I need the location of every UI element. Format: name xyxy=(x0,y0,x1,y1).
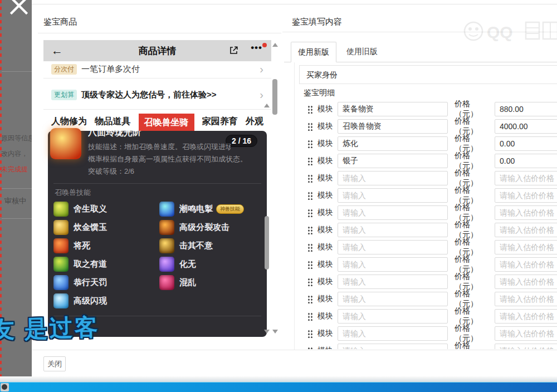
bg-text-fragment: 改内容， xyxy=(1,149,28,159)
drag-handle-icon[interactable] xyxy=(307,139,313,148)
bg-text-fragment: 原因等信息 xyxy=(1,134,32,143)
taskbar-app-icon[interactable] xyxy=(1,383,9,391)
form-card-border xyxy=(294,62,295,350)
drag-handle-icon[interactable] xyxy=(307,329,313,338)
module-label: 模块 xyxy=(317,121,334,131)
price-input[interactable] xyxy=(495,223,557,237)
skill-name: 高级分裂攻击 xyxy=(179,222,229,233)
module-input[interactable] xyxy=(338,292,448,306)
skill-item: 将死 xyxy=(53,237,159,255)
module-input[interactable] xyxy=(338,223,448,237)
outer-scroll-down-arrow[interactable] xyxy=(272,330,278,334)
promo-row-installment[interactable]: 分次付 一笔订单多次付 › xyxy=(43,60,271,78)
bg-table-line xyxy=(2,71,32,72)
drag-handle-icon[interactable] xyxy=(307,208,313,217)
price-input[interactable] xyxy=(495,205,557,220)
drag-handle-icon[interactable] xyxy=(307,312,313,321)
drag-handle-icon[interactable] xyxy=(307,191,313,200)
module-input[interactable] xyxy=(338,257,448,272)
drag-handle-icon[interactable] xyxy=(307,346,313,350)
right-section-title: 鉴宝填写内容 xyxy=(292,17,342,27)
module-input[interactable] xyxy=(338,240,448,254)
drag-handle-icon[interactable] xyxy=(307,156,313,165)
back-arrow-icon[interactable]: ← xyxy=(51,44,63,57)
module-input[interactable] xyxy=(338,326,448,341)
tab-summon-active[interactable]: 召唤兽坐骑 xyxy=(139,114,194,131)
drag-handle-icon[interactable] xyxy=(307,260,313,269)
module-input[interactable] xyxy=(338,205,448,220)
tab-home[interactable]: 家园养育 xyxy=(202,111,238,131)
price-input[interactable] xyxy=(495,292,557,306)
price-input[interactable] xyxy=(495,102,557,116)
module-input[interactable] xyxy=(338,119,448,134)
drag-handle-icon[interactable] xyxy=(307,226,313,234)
module-label: 模块 xyxy=(317,139,334,149)
module-label: 模块 xyxy=(317,294,334,304)
window-bottom-edge xyxy=(0,376,557,382)
drag-handle-icon[interactable] xyxy=(307,105,313,114)
summon-title-clip: 八面玲珑光阶 xyxy=(88,131,141,139)
skill-icon xyxy=(53,275,69,290)
skill-list: 舍生取义 炊金馔玉 将死 xyxy=(53,200,265,310)
inner-scrollbar-thumb[interactable] xyxy=(265,216,269,270)
drag-handle-icon[interactable] xyxy=(307,174,313,183)
price-input[interactable] xyxy=(495,309,557,324)
share-icon[interactable] xyxy=(228,45,239,56)
module-input[interactable] xyxy=(338,136,448,151)
module-input[interactable] xyxy=(338,309,448,324)
price-input[interactable] xyxy=(495,119,557,134)
outer-scrollbar-thumb[interactable] xyxy=(272,79,277,115)
drag-handle-icon[interactable] xyxy=(307,122,313,131)
price-input[interactable] xyxy=(495,188,557,203)
price-input[interactable] xyxy=(495,275,557,289)
skill-name: 高级闪现 xyxy=(74,296,107,306)
promo-row-expert[interactable]: 更划算 顶级专家达人为您估号，前往体验>> › xyxy=(43,84,271,106)
drag-handle-icon[interactable] xyxy=(307,243,313,252)
module-input[interactable] xyxy=(338,275,448,289)
skill-name: 舍生取义 xyxy=(74,204,107,214)
module-input[interactable] xyxy=(338,102,448,116)
more-menu-icon[interactable]: ••• xyxy=(251,42,262,53)
module-row: 模块 价格（元） xyxy=(304,204,557,221)
taskbar-app-icon-glyph xyxy=(2,384,7,390)
close-overlay-icon[interactable] xyxy=(7,0,31,18)
price-input[interactable] xyxy=(495,136,557,151)
module-row: 模块 价格（元） xyxy=(304,273,557,290)
module-label: 模块 xyxy=(317,173,334,183)
inner-scroll-down-arrow[interactable] xyxy=(264,330,270,334)
module-row: 模块 价格（元） xyxy=(304,290,557,307)
bg-text-fragment-red: 未完成提 xyxy=(1,165,28,174)
taskbar[interactable] xyxy=(0,382,557,392)
tab-old-version[interactable]: 使用旧版 xyxy=(339,42,385,62)
module-row: 模块 价格（元） xyxy=(304,100,557,117)
price-input[interactable] xyxy=(495,154,557,168)
drag-handle-icon[interactable] xyxy=(307,295,313,303)
module-row: 模块 价格（元） xyxy=(304,342,557,349)
tab-appearance[interactable]: 外观 xyxy=(246,111,263,131)
skill-description-line: 概率根据自身最高一项属性点获得不同加成状态。 xyxy=(88,154,247,164)
price-input[interactable] xyxy=(495,240,557,254)
skill-icon xyxy=(159,257,174,272)
left-section-title: 鉴宝商品 xyxy=(43,17,77,27)
module-input[interactable] xyxy=(338,171,448,185)
module-input[interactable] xyxy=(338,154,448,168)
price-input[interactable] xyxy=(495,344,557,350)
promo-badge: 更划算 xyxy=(51,90,77,100)
tab-new-version[interactable]: 使用新版 xyxy=(291,42,336,62)
outer-scroll-up-arrow[interactable] xyxy=(272,43,278,47)
summon-detail-panel: 八面玲珑光阶 2 / 16 技能描述：增加召唤兽速度。召唤或闪现进场时 概率根据… xyxy=(48,131,267,337)
close-button[interactable]: 关闭 xyxy=(43,356,66,371)
tab-items[interactable]: 物品道具 xyxy=(95,111,130,131)
module-input[interactable] xyxy=(338,344,448,350)
price-input[interactable] xyxy=(495,326,557,341)
skill-icon xyxy=(159,275,174,290)
module-row: 模块 价格（元） xyxy=(304,169,557,187)
status-badge: 审核中 xyxy=(4,196,26,206)
buyer-identity-panel[interactable]: 买家身份 xyxy=(299,65,557,84)
inner-scroll-up-arrow[interactable] xyxy=(264,104,270,107)
drag-handle-icon[interactable] xyxy=(307,277,313,286)
price-input[interactable] xyxy=(495,171,557,185)
left-title-divider xyxy=(38,33,281,33)
module-input[interactable] xyxy=(338,188,448,203)
price-input[interactable] xyxy=(495,257,557,272)
